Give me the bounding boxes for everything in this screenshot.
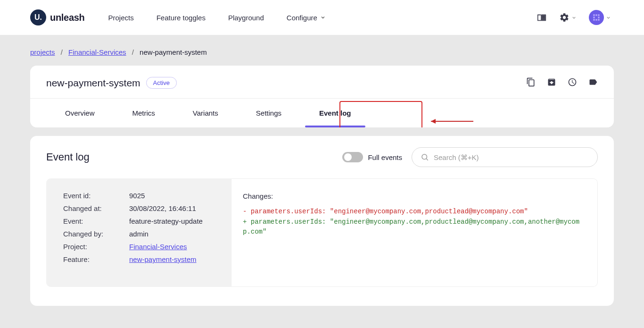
chevron-down-icon xyxy=(320,15,326,20)
settings-icon[interactable] xyxy=(559,12,577,23)
logo-text: unleash xyxy=(50,12,84,23)
changed-at-value: 30/08/2022, 16:46:11 xyxy=(129,204,218,212)
chevron-down-icon xyxy=(606,15,611,20)
changed-by-label: Changed by: xyxy=(63,230,129,238)
svg-rect-5 xyxy=(593,17,594,18)
tab-settings[interactable]: Settings xyxy=(237,99,300,127)
tab-overview[interactable]: Overview xyxy=(46,99,114,127)
full-events-toggle[interactable] xyxy=(342,152,363,162)
chevron-down-icon xyxy=(571,15,577,20)
svg-rect-2 xyxy=(593,14,594,16)
avatar xyxy=(589,10,604,25)
svg-rect-4 xyxy=(598,14,599,16)
search-icon xyxy=(421,153,429,161)
diff-added-line: + parameters.userIds: "engineer@mycompan… xyxy=(243,218,579,236)
feature-tabs: Overview Metrics Variants Settings Event… xyxy=(30,98,614,127)
event-changes: Changes: - parameters.userIds: "engineer… xyxy=(231,178,598,287)
breadcrumb-projects[interactable]: projects xyxy=(30,48,55,56)
tab-metrics[interactable]: Metrics xyxy=(114,99,174,127)
svg-rect-0 xyxy=(542,16,545,17)
changes-label: Changes: xyxy=(243,192,586,200)
event-log-panel: Event log Full events Event id: 9025 xyxy=(30,136,614,306)
nav-projects[interactable]: Projects xyxy=(108,14,133,22)
changed-by-value: admin xyxy=(129,230,218,238)
project-link[interactable]: Financial-Services xyxy=(129,243,187,251)
event-meta: Event id: 9025 Changed at: 30/08/2022, 1… xyxy=(46,178,231,287)
nav-configure-label: Configure xyxy=(287,14,317,22)
copy-icon[interactable] xyxy=(526,77,536,89)
feature-link[interactable]: new-payment-system xyxy=(129,255,197,263)
svg-rect-7 xyxy=(593,19,594,20)
diff-removed-line: - parameters.userIds: "engineer@mycompan… xyxy=(243,208,528,215)
event-card: Event id: 9025 Changed at: 30/08/2022, 1… xyxy=(46,178,598,287)
diff-block: - parameters.userIds: "engineer@mycompan… xyxy=(243,207,586,237)
full-events-label: Full events xyxy=(368,153,402,161)
svg-line-13 xyxy=(426,159,428,160)
breadcrumb-project[interactable]: Financial-Services xyxy=(68,48,126,56)
feature-card: new-payment-system Active Overview xyxy=(30,66,614,127)
svg-point-12 xyxy=(422,154,427,160)
feature-label: Feature: xyxy=(63,255,129,263)
svg-rect-8 xyxy=(595,19,597,20)
docs-icon[interactable] xyxy=(537,12,547,23)
brand-logo[interactable]: U. unleash xyxy=(30,9,84,25)
tab-variants[interactable]: Variants xyxy=(174,99,237,127)
status-badge: Active xyxy=(146,77,177,89)
logo-badge: U. xyxy=(30,9,46,25)
archive-icon[interactable] xyxy=(547,77,556,89)
event-type-label: Event: xyxy=(63,217,129,225)
search-input[interactable] xyxy=(434,153,589,161)
nav-playground[interactable]: Playground xyxy=(228,14,264,22)
changed-at-label: Changed at: xyxy=(63,204,129,212)
breadcrumb: projects / Financial-Services / new-paym… xyxy=(30,35,614,66)
user-avatar-menu[interactable] xyxy=(589,10,611,25)
project-label: Project: xyxy=(63,243,129,251)
nav-feature-toggles[interactable]: Feature toggles xyxy=(157,14,206,22)
svg-rect-9 xyxy=(598,19,599,20)
svg-rect-6 xyxy=(598,17,599,18)
tag-icon[interactable] xyxy=(588,77,598,89)
event-type-value: feature-strategy-update xyxy=(129,217,218,225)
feature-title: new-payment-system xyxy=(46,77,140,89)
top-navbar: U. unleash Projects Feature toggles Play… xyxy=(0,0,644,35)
breadcrumb-feature: new-payment-system xyxy=(140,48,207,56)
tab-event-log[interactable]: Event log xyxy=(300,99,370,127)
event-id-label: Event id: xyxy=(63,192,129,200)
panel-title: Event log xyxy=(46,151,90,163)
stale-icon[interactable] xyxy=(568,77,577,89)
svg-rect-3 xyxy=(595,14,597,16)
event-id-value: 9025 xyxy=(129,192,218,200)
svg-rect-1 xyxy=(542,17,545,18)
nav-configure[interactable]: Configure xyxy=(287,14,326,22)
search-box[interactable] xyxy=(412,147,598,167)
